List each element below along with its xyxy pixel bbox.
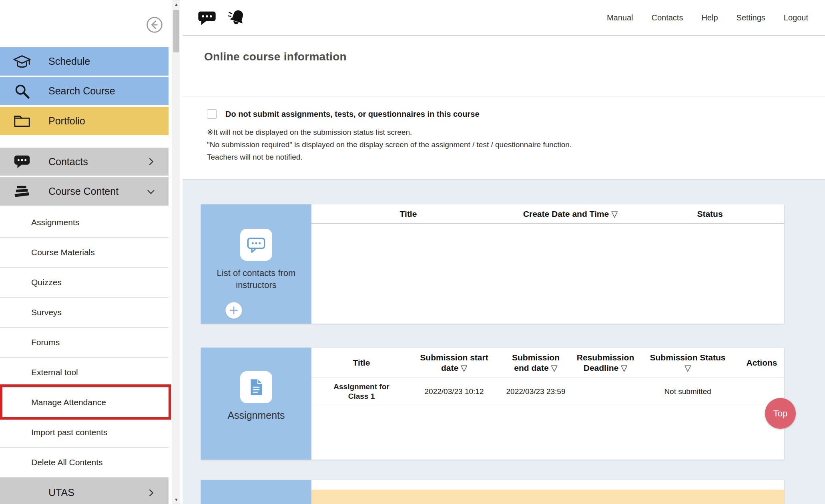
assignments-panel-document-icon — [240, 371, 272, 403]
do-not-submit-checkbox[interactable] — [207, 109, 217, 119]
sidebar-item-label: UTAS — [48, 487, 74, 498]
add-contact-button[interactable] — [225, 302, 242, 319]
contacts-panel-label: List of contacts from instructors — [201, 267, 311, 291]
sidebar-item-schedule[interactable]: Schedule — [0, 47, 169, 76]
search-icon — [13, 82, 31, 100]
sidebar-item-label: Contacts — [48, 156, 88, 168]
nav-contacts[interactable]: Contacts — [651, 13, 683, 22]
note-line: ※It will not be displayed on the submiss… — [207, 126, 825, 138]
contacts-panel: List of contacts from instructors — [201, 204, 311, 324]
sidebar-scrollbar[interactable]: ▲ ▼ — [173, 0, 180, 504]
sidebar-item-quizzes[interactable]: Quizzes — [0, 268, 169, 298]
sidebar-item-portfolio[interactable]: Portfolio — [0, 107, 169, 135]
assignment-submission-status: Not submitted — [636, 378, 739, 405]
column-header-status: Status — [636, 204, 784, 223]
sidebar-item-assignments[interactable]: Assignments — [0, 208, 169, 238]
sidebar-item-utas[interactable]: UTAS — [0, 478, 169, 504]
course-tables-area: List of contacts from instructors Title … — [183, 179, 825, 504]
assignments-table-body — [311, 405, 784, 460]
sidebar-item-manage-attendance[interactable]: Manage Attendance — [0, 388, 169, 418]
next-table-grid — [311, 480, 784, 504]
assignment-start-date: 2022/03/23 10:12 — [411, 378, 497, 405]
sidebar-item-label: Schedule — [48, 56, 90, 67]
topbar: Manual Contacts Help Settings Logout — [183, 0, 825, 36]
column-header-submission-end-sort[interactable]: Submission end date ▽ — [497, 348, 575, 378]
column-header-create-date-sort[interactable]: Create Date and Time ▽ — [505, 204, 636, 223]
assignment-end-date: 2022/03/23 23:59 — [497, 378, 575, 405]
nav-manual[interactable]: Manual — [607, 13, 633, 22]
column-header-resubmission-deadline-sort[interactable]: Resubmission Deadline ▽ — [575, 348, 636, 378]
sidebar-item-course-content[interactable]: Course Content — [0, 177, 169, 206]
sidebar-item-contacts[interactable]: Contacts — [0, 148, 169, 176]
sidebar: Schedule Search Course Portfolio Contact… — [0, 0, 169, 504]
folder-icon — [13, 112, 31, 130]
next-table-notice-row — [311, 490, 784, 504]
sidebar-spacer — [0, 136, 169, 148]
scrollbar-thumb[interactable] — [173, 10, 179, 52]
sidebar-item-import-past-contents[interactable]: Import past contents — [0, 418, 169, 448]
page-header: Online course information — [183, 36, 825, 96]
chevron-right-icon — [145, 487, 157, 498]
notifications-bell-icon[interactable] — [226, 7, 247, 28]
assignment-row[interactable]: Assignment for Class 1 2022/03/23 10:12 … — [311, 378, 784, 405]
next-table-panel — [201, 480, 311, 504]
sidebar-item-label: Search Course — [48, 85, 115, 97]
main-content: Manual Contacts Help Settings Logout Onl… — [183, 0, 825, 504]
next-table-partial — [201, 480, 784, 504]
assignments-panel-label: Assignments — [219, 410, 293, 421]
books-icon — [13, 182, 31, 201]
chat-bubble-icon — [13, 152, 31, 171]
sidebar-item-delete-all-contents[interactable]: Delete All Contents — [0, 448, 169, 478]
column-header-submission-start-sort[interactable]: Submission start date ▽ — [411, 348, 497, 378]
do-not-submit-row: Do not submit assignments, tests, or que… — [207, 109, 825, 119]
sidebar-item-external-tool[interactable]: External tool — [0, 358, 169, 388]
contacts-table-body — [311, 224, 784, 324]
contacts-table-header: Title Create Date and Time ▽ Status — [311, 204, 784, 224]
column-header-submission-status-sort[interactable]: Submission Status ▽ — [636, 348, 739, 378]
note-line: Teachers will not be notified. — [207, 151, 825, 163]
scrollbar-up-arrow[interactable]: ▲ — [173, 0, 180, 8]
sidebar-item-label: Course Content — [48, 186, 118, 197]
assignments-table-grid: Title Submission start date ▽ Submission… — [311, 348, 784, 460]
back-arrow-icon — [146, 16, 163, 34]
contacts-table-grid: Title Create Date and Time ▽ Status — [311, 204, 784, 324]
note-line: "No submission required" is displayed on… — [207, 138, 825, 151]
next-table-header-strip — [311, 480, 784, 490]
topbar-nav: Manual Contacts Help Settings Logout — [607, 13, 825, 22]
chevron-down-icon — [145, 186, 157, 197]
assignment-resubmission-deadline — [575, 378, 636, 405]
contacts-table: List of contacts from instructors Title … — [201, 204, 784, 324]
sidebar-item-label: Portfolio — [48, 115, 85, 127]
sidebar-collapse-button[interactable] — [146, 16, 163, 34]
topbar-icons — [183, 7, 247, 28]
sidebar-header — [0, 0, 169, 47]
contacts-panel-chat-icon — [240, 229, 272, 261]
chevron-right-icon — [145, 156, 157, 167]
scrollbar-down-arrow[interactable]: ▼ — [173, 496, 180, 504]
do-not-submit-label: Do not submit assignments, tests, or que… — [225, 110, 480, 119]
column-header-actions: Actions — [739, 348, 784, 378]
submission-settings-section: Do not submit assignments, tests, or que… — [183, 96, 825, 179]
course-content-submenu: Assignments Course Materials Quizzes Sur… — [0, 208, 169, 478]
submission-notes: ※It will not be displayed on the submiss… — [207, 126, 825, 163]
sidebar-item-course-materials[interactable]: Course Materials — [0, 238, 169, 268]
plus-icon — [226, 302, 242, 319]
scroll-to-top-button[interactable]: Top — [765, 398, 796, 429]
messages-icon[interactable] — [197, 7, 217, 28]
page-title: Online course information — [204, 50, 825, 63]
nav-settings[interactable]: Settings — [737, 13, 765, 22]
sidebar-item-search-course[interactable]: Search Course — [0, 77, 169, 105]
sidebar-item-surveys[interactable]: Surveys — [0, 298, 169, 328]
assignments-table-header: Title Submission start date ▽ Submission… — [311, 348, 784, 378]
column-header-title: Title — [311, 204, 505, 223]
nav-logout[interactable]: Logout — [784, 13, 808, 22]
assignments-panel: Assignments — [201, 348, 311, 460]
assignments-table: Assignments Title Submission start date … — [201, 348, 784, 460]
assignment-title[interactable]: Assignment for Class 1 — [311, 378, 411, 405]
graduation-cap-icon — [13, 52, 31, 71]
sidebar-item-forums[interactable]: Forums — [0, 328, 169, 358]
nav-help[interactable]: Help — [701, 13, 718, 22]
column-header-title: Title — [311, 348, 411, 378]
